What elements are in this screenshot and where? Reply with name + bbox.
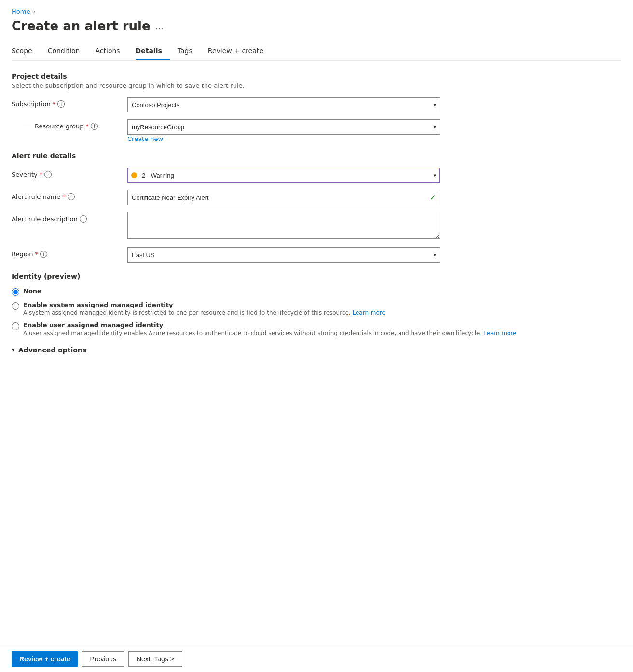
tab-actions[interactable]: Actions (95, 43, 127, 60)
tab-bar: Scope Condition Actions Details Tags Rev… (12, 43, 621, 61)
review-create-button[interactable]: Review + create (12, 651, 78, 667)
severity-select[interactable]: 2 - Warning (127, 168, 440, 183)
severity-group: Severity * i 2 - Warning ▾ (12, 168, 621, 183)
subscription-control: Contoso Projects ▾ (127, 97, 440, 112)
breadcrumb-separator: › (33, 8, 35, 15)
resource-group-label: Resource group * i (12, 119, 127, 130)
region-required: * (35, 251, 39, 258)
alert-rule-description-group: Alert rule description i (12, 212, 621, 240)
advanced-options-chevron-icon: ▾ (12, 347, 14, 353)
alert-rule-name-label: Alert rule name * i (12, 190, 127, 200)
region-select[interactable]: East US (127, 247, 440, 263)
footer-bar: Review + create Previous Next: Tags > (0, 645, 633, 672)
region-group: Region * i East US ▾ (12, 247, 621, 263)
identity-none-radio[interactable] (12, 288, 19, 296)
identity-user-radio[interactable] (12, 322, 19, 330)
subscription-required: * (53, 100, 56, 108)
resource-group-select[interactable]: myResourceGroup (127, 119, 440, 135)
alert-rule-description-textarea[interactable] (127, 212, 440, 239)
identity-system-option: Enable system assigned managed identity … (12, 301, 621, 316)
identity-none-option: None (12, 287, 621, 296)
alert-rule-description-label: Alert rule description i (12, 212, 127, 223)
subscription-select[interactable]: Contoso Projects (127, 97, 440, 112)
page-title-menu[interactable]: ... (155, 21, 164, 31)
region-label: Region * i (12, 247, 127, 258)
identity-none-label-wrapper: None (23, 287, 41, 294)
subscription-label: Subscription * i (12, 97, 127, 108)
identity-system-learn-more-link[interactable]: Learn more (353, 309, 385, 316)
advanced-options-toggle[interactable]: ▾ Advanced options (12, 346, 621, 354)
identity-user-option: Enable user assigned managed identity A … (12, 321, 621, 336)
footer-spacer (12, 354, 621, 392)
next-tags-button[interactable]: Next: Tags > (128, 651, 182, 667)
identity-system-description: A system assigned managed identity is re… (23, 309, 385, 316)
alert-rule-description-info-icon[interactable]: i (80, 215, 87, 223)
breadcrumb-home-link[interactable]: Home (12, 8, 30, 15)
severity-select-wrapper: 2 - Warning ▾ (127, 168, 440, 183)
severity-label: Severity * i (12, 168, 127, 178)
alert-rule-name-info-icon[interactable]: i (68, 193, 75, 200)
resource-group-control: myResourceGroup ▾ Create new (127, 119, 440, 142)
identity-system-label-wrapper: Enable system assigned managed identity … (23, 301, 385, 316)
alert-rule-name-required: * (62, 193, 66, 200)
breadcrumb: Home › (12, 8, 621, 15)
severity-info-icon[interactable]: i (44, 171, 52, 178)
page-title: Create an alert rule (12, 19, 151, 33)
tab-details[interactable]: Details (136, 43, 170, 60)
project-details-title: Project details (12, 72, 621, 80)
alert-rule-name-input[interactable] (127, 190, 440, 205)
identity-user-learn-more-link[interactable]: Learn more (483, 330, 516, 336)
identity-section-title: Identity (preview) (12, 272, 621, 280)
severity-control: 2 - Warning ▾ (127, 168, 440, 183)
advanced-options-label: Advanced options (18, 346, 86, 354)
tab-review-create[interactable]: Review + create (208, 43, 271, 60)
resource-group-group: Resource group * i myResourceGroup ▾ Cre… (12, 119, 621, 142)
alert-rule-description-control (127, 212, 440, 240)
tab-tags[interactable]: Tags (178, 43, 200, 60)
identity-user-description: A user assigned managed identity enables… (23, 330, 516, 336)
resource-group-required: * (86, 123, 89, 130)
severity-required: * (40, 171, 43, 178)
spacer (12, 162, 621, 168)
region-control: East US ▾ (127, 247, 440, 263)
subscription-group: Subscription * i Contoso Projects ▾ (12, 97, 621, 112)
tab-scope[interactable]: Scope (12, 43, 40, 60)
alert-rule-name-input-wrapper: ✓ (127, 190, 440, 205)
page-title-row: Create an alert rule ... (12, 19, 621, 33)
subscription-info-icon[interactable]: i (57, 100, 65, 108)
tab-condition[interactable]: Condition (48, 43, 88, 60)
identity-user-label-wrapper: Enable user assigned managed identity A … (23, 321, 516, 336)
subscription-select-wrapper: Contoso Projects ▾ (127, 97, 440, 112)
alert-rule-name-group: Alert rule name * i ✓ (12, 190, 621, 205)
alert-rule-details-title: Alert rule details (12, 152, 621, 160)
region-info-icon[interactable]: i (40, 251, 47, 258)
alert-rule-name-control: ✓ (127, 190, 440, 205)
resource-group-select-wrapper: myResourceGroup ▾ (127, 119, 440, 135)
identity-none-label[interactable]: None (23, 287, 41, 294)
identity-system-radio[interactable] (12, 302, 19, 310)
resource-group-info-icon[interactable]: i (91, 123, 98, 130)
identity-user-label[interactable]: Enable user assigned managed identity (23, 322, 163, 329)
identity-radio-group: None Enable system assigned managed iden… (12, 287, 621, 336)
project-details-subtitle: Select the subscription and resource gro… (12, 82, 621, 89)
alert-rule-name-check-icon: ✓ (430, 193, 436, 202)
previous-button[interactable]: Previous (82, 651, 124, 667)
create-new-link[interactable]: Create new (127, 135, 163, 142)
region-select-wrapper: East US ▾ (127, 247, 440, 263)
identity-system-label[interactable]: Enable system assigned managed identity (23, 301, 173, 308)
